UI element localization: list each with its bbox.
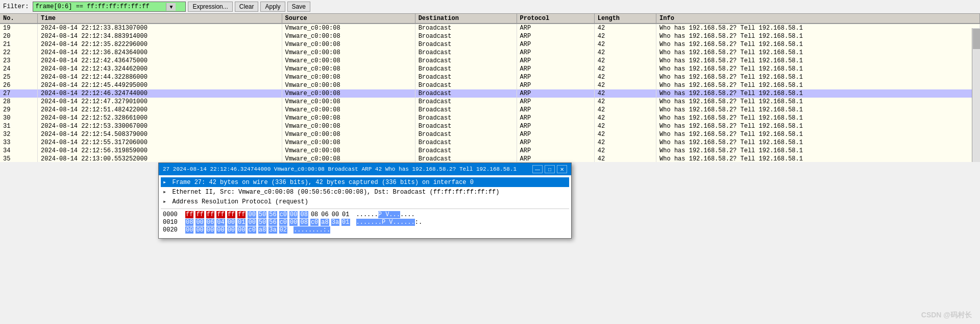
hex-byte: 3a	[268, 226, 277, 234]
filter-label: Filter:	[3, 3, 29, 10]
detail-tree: ▸ Frame 27: 42 bytes on wire (336 bits),…	[161, 177, 569, 206]
table-cell: 42	[594, 98, 656, 106]
tree-item-ethernet[interactable]: ▸ Ethernet II, Src: Vmware_c0:00:08 (00:…	[161, 187, 569, 197]
filter-dropdown-button[interactable]: ▼	[166, 3, 176, 11]
table-cell: 42	[594, 32, 656, 40]
table-cell: Vmware_c0:00:08	[282, 130, 415, 138]
apply-button[interactable]: Apply	[260, 2, 285, 12]
table-cell: Vmware_c0:00:08	[282, 114, 415, 122]
table-row[interactable]: 222024-08-14 22:12:36.824364000Vmware_c0…	[0, 49, 980, 57]
table-row[interactable]: 332024-08-14 22:12:55.317206000Vmware_c0…	[0, 138, 980, 147]
packet-tbody: 192024-08-14 22:12:33.831307000Vmware_c0…	[0, 24, 980, 162]
clear-button[interactable]: Clear	[235, 2, 259, 12]
table-cell: 2024-08-14 22:12:53.330067000	[38, 122, 282, 130]
ascii-char: :	[415, 219, 419, 226]
table-cell: Who has 192.168.58.2? Tell 192.168.58.1	[656, 98, 980, 106]
hex-byte: 06	[321, 211, 329, 218]
packet-table-container: No. Time Source Destination Protocol Len…	[0, 14, 980, 162]
col-info: Info	[656, 14, 980, 24]
table-row[interactable]: 322024-08-14 22:12:54.508379000Vmware_c0…	[0, 130, 980, 138]
ascii-char: .	[301, 226, 304, 234]
hex-bytes: 000000000000c0a83a02	[185, 226, 287, 234]
hex-offset: 0010	[163, 219, 179, 226]
expression-button[interactable]: Expression...	[188, 2, 232, 12]
scrollbar-thumb[interactable]	[973, 29, 980, 49]
table-row[interactable]: 342024-08-14 22:12:56.319859000Vmware_c0…	[0, 147, 980, 155]
table-row[interactable]: 282024-08-14 22:12:47.327901000Vmware_c0…	[0, 98, 980, 106]
close-button[interactable]: ✕	[557, 165, 567, 173]
table-row[interactable]: 252024-08-14 22:12:44.322886000Vmware_c0…	[0, 73, 980, 81]
hex-byte: 00	[195, 219, 204, 226]
tree-item-frame[interactable]: ▸ Frame 27: 42 bytes on wire (336 bits),…	[161, 177, 569, 187]
hex-byte: 01	[341, 219, 350, 226]
table-cell: Who has 192.168.58.2? Tell 192.168.58.1	[656, 89, 980, 98]
table-cell: 29	[0, 106, 38, 114]
table-cell: Vmware_c0:00:08	[282, 81, 415, 89]
ascii-char: .	[378, 219, 382, 226]
table-row[interactable]: 192024-08-14 22:12:33.831307000Vmware_c0…	[0, 24, 980, 32]
table-cell: 2024-08-14 22:12:36.824364000	[38, 49, 282, 57]
table-cell: Who has 192.168.58.2? Tell 192.168.58.1	[656, 122, 980, 130]
table-cell: 28	[0, 98, 38, 106]
hex-byte: 08	[300, 211, 308, 218]
hex-byte: 50	[258, 211, 266, 218]
table-cell: ARP	[517, 65, 594, 73]
table-cell: 31	[0, 122, 38, 130]
table-row[interactable]: 352024-08-14 22:13:00.553252000Vmware_c0…	[0, 155, 980, 162]
table-row[interactable]: 272024-08-14 22:12:46.324744000Vmware_c0…	[0, 89, 980, 98]
hex-byte: 00	[331, 211, 339, 218]
ascii-char: .	[305, 226, 308, 234]
hex-byte: 00	[227, 226, 235, 234]
tree-item-arp[interactable]: ▸ Address Resolution Protocol (request)	[161, 197, 569, 206]
table-cell: 2024-08-14 22:12:34.883914000	[38, 32, 282, 40]
table-row[interactable]: 202024-08-14 22:12:34.883914000Vmware_c0…	[0, 32, 980, 40]
table-cell: Who has 192.168.58.2? Tell 192.168.58.1	[656, 73, 980, 81]
scrollbar[interactable]	[972, 28, 980, 162]
hex-byte: 00	[289, 219, 298, 226]
ethernet-expand-icon: ▸	[163, 189, 170, 196]
hex-byte: 3a	[331, 219, 339, 226]
table-cell: ARP	[517, 57, 594, 65]
table-row[interactable]: 292024-08-14 22:12:51.482422000Vmware_c0…	[0, 106, 980, 114]
table-cell: Broadcast	[415, 130, 517, 138]
maximize-button[interactable]: □	[545, 165, 555, 173]
table-row[interactable]: 242024-08-14 22:12:43.324462000Vmware_c0…	[0, 65, 980, 73]
table-cell: 2024-08-14 22:13:00.553252000	[38, 155, 282, 162]
table-cell: ARP	[517, 81, 594, 89]
frame-expand-icon: ▸	[163, 179, 170, 186]
hex-row: 0000ffffffffffff005056c0000808060001....…	[163, 211, 567, 218]
detail-content: ▸ Frame 27: 42 bytes on wire (336 bits),…	[159, 175, 571, 238]
table-cell: Vmware_c0:00:08	[282, 32, 415, 40]
table-cell: 2024-08-14 22:12:56.319859000	[38, 147, 282, 155]
hex-byte: 06	[206, 219, 214, 226]
ascii-char: :	[323, 226, 327, 234]
table-cell: Who has 192.168.58.2? Tell 192.168.58.1	[656, 57, 980, 65]
table-cell: 42	[594, 81, 656, 89]
hex-byte: 00	[248, 211, 256, 218]
hex-byte: 02	[279, 226, 287, 234]
col-no: No.	[0, 14, 38, 24]
table-row[interactable]: 312024-08-14 22:12:53.330067000Vmware_c0…	[0, 122, 980, 130]
table-cell: 2024-08-14 22:12:47.327901000	[38, 98, 282, 106]
hex-byte: ff	[227, 211, 235, 218]
save-button[interactable]: Save	[287, 2, 310, 12]
col-destination: Destination	[415, 14, 517, 24]
minimize-button[interactable]: —	[532, 165, 543, 173]
filter-input[interactable]	[33, 2, 166, 11]
table-row[interactable]: 232024-08-14 22:12:42.436475000Vmware_c0…	[0, 57, 980, 65]
table-cell: 42	[594, 49, 656, 57]
table-cell: 30	[0, 114, 38, 122]
hex-row: 0010080006040001005056c00008c0a83a01....…	[163, 219, 567, 226]
ascii-char: .	[360, 219, 363, 226]
table-row[interactable]: 212024-08-14 22:12:35.822296000Vmware_c0…	[0, 40, 980, 49]
table-cell: ARP	[517, 49, 594, 57]
filter-input-wrapper: ▼	[33, 2, 186, 12]
ascii-char: .	[356, 211, 360, 218]
table-cell: ARP	[517, 130, 594, 138]
window-controls: — □ ✕	[532, 165, 567, 173]
table-row[interactable]: 302024-08-14 22:12:52.328661000Vmware_c0…	[0, 114, 980, 122]
packet-table: No. Time Source Destination Protocol Len…	[0, 14, 980, 162]
ethernet-label: Ethernet II, Src: Vmware_c0:00:08 (00:50…	[172, 189, 499, 196]
ascii-char: .	[327, 226, 330, 234]
table-row[interactable]: 262024-08-14 22:12:45.449295000Vmware_c0…	[0, 81, 980, 89]
